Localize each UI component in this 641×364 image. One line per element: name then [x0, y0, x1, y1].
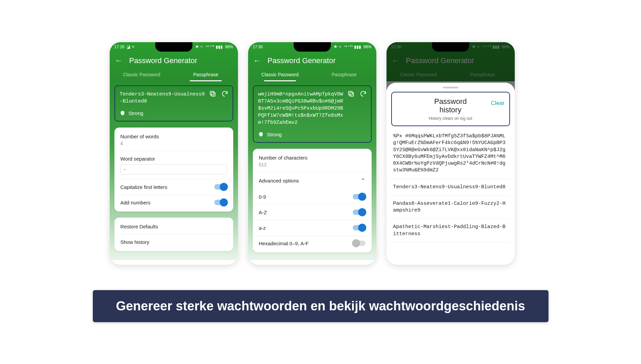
capitalize-toggle[interactable]	[214, 184, 227, 190]
option-hex-toggle[interactable]	[353, 241, 366, 246]
restore-defaults-button[interactable]: Restore Defaults	[114, 219, 233, 234]
caption-banner: Genereer sterke wachtwoorden en bekijk w…	[93, 290, 549, 322]
option-upper-toggle[interactable]	[353, 209, 366, 215]
tab-classic[interactable]: Classic Password	[248, 68, 312, 81]
page-title: Password Generator	[268, 56, 336, 65]
option-lower-toggle[interactable]	[353, 225, 366, 230]
num-chars-row[interactable]: Number of characters 512	[253, 150, 372, 172]
chevron-up-icon: ⌃	[360, 177, 366, 185]
status-battery: 98%	[225, 45, 233, 49]
back-icon[interactable]: ←	[115, 56, 123, 65]
advanced-options-row[interactable]: Advanced options ⌃	[253, 172, 372, 189]
status-battery: 98%	[363, 45, 371, 49]
option-lower-label: a-z	[259, 225, 266, 231]
svg-rect-2	[350, 92, 353, 96]
add-numbers-toggle[interactable]	[214, 200, 227, 205]
svg-rect-1	[210, 91, 214, 95]
sheet-handle[interactable]	[443, 87, 458, 88]
show-history-button[interactable]: Show history	[114, 234, 233, 250]
history-item[interactable]: Tenders3-Neatens9-Usualness9-Blunted8	[391, 179, 510, 196]
option-digits-toggle[interactable]	[353, 194, 366, 199]
strength-indicator: Strong	[258, 132, 366, 137]
copy-icon[interactable]	[209, 90, 216, 99]
option-hex-label: Hexadecimal 0–9, A-F	[259, 241, 309, 246]
strength-label: Strong	[129, 110, 143, 116]
notch	[294, 42, 331, 52]
history-title-1: Password	[434, 97, 467, 106]
phone-history: 17:30 ✶ ᯤ ᵛᵒ ᴸᵀᴱ ▮▮▮ 98% ← Password Gene…	[386, 42, 515, 265]
copy-icon[interactable]	[347, 90, 355, 99]
strength-indicator: Strong	[120, 110, 228, 116]
strength-label: Strong	[267, 132, 282, 137]
history-item[interactable]: Apathetic-Marshiest-Paddling-Blazed-Bitt…	[391, 219, 510, 243]
add-numbers-toggle-row: Add numbers	[114, 195, 233, 210]
history-item[interactable]: Pandas8-Asseverate1-Calorie9-Fuzzy2-Hamp…	[391, 196, 510, 219]
back-icon[interactable]: ←	[253, 56, 261, 65]
tab-passphrase[interactable]: Passphrase	[312, 68, 376, 81]
history-subtitle: History clears on log out	[397, 116, 505, 121]
refresh-icon[interactable]	[359, 90, 367, 99]
status-icons: ✶ ᯤ ᵛᵒ ᴸᵀᴱ ▮▮▮	[195, 45, 223, 49]
separator-row: Word separator -	[114, 151, 233, 179]
option-digits-label: 0-9	[259, 194, 266, 200]
generated-password-box: wmjiH9mB^npgxAnitwAMpTpkqV8WBT7A5x3cmBQi…	[253, 85, 372, 143]
history-header: Password history History clears on log o…	[391, 92, 510, 127]
clear-button[interactable]: Clear	[491, 100, 505, 107]
capitalize-toggle-row: Capitalize first letters	[114, 179, 233, 195]
svg-rect-0	[211, 92, 215, 96]
history-list[interactable]: %Px #6MqqsPWKLxbTMfg5Z3fSa$pb$8PJA%MLg!Q…	[391, 128, 510, 243]
page-title: Password Generator	[129, 56, 197, 65]
status-icons: ✶ ᯤ ᵛᵒ ᴸᵀᴱ ▮▮▮	[333, 45, 361, 49]
generated-password-box: Tenders3-Neatens9-Usualness9-Blunted8 St…	[114, 85, 233, 121]
status-time: 17:30	[253, 45, 263, 49]
svg-rect-3	[348, 91, 352, 95]
notch	[155, 42, 192, 52]
phone-classic: 17:30 ✶ ᯤ ᵛᵒ ᴸᵀᴱ ▮▮▮ 98% ← Password Gene…	[248, 42, 376, 265]
option-upper-label: A-Z	[259, 209, 267, 215]
history-item[interactable]: %Px #6MqqsPWKLxbTMfg5Z3fSa$pb$8PJA%MLg!Q…	[391, 128, 510, 179]
tab-passphrase[interactable]: Passphrase	[174, 68, 238, 81]
phone-passphrase: 17:28 ◪ ⚛ ✶ ᯤ ᵛᵒ ᴸᵀᴱ ▮▮▮ 98% ← Password …	[110, 42, 238, 265]
separator-input[interactable]: -	[121, 164, 227, 174]
refresh-icon[interactable]	[221, 90, 229, 99]
notch	[432, 42, 469, 52]
history-title-2: history	[439, 106, 461, 114]
status-time: 17:28	[114, 45, 125, 49]
num-words-row[interactable]: Number of words 4	[114, 129, 233, 151]
tab-classic[interactable]: Classic Password	[110, 68, 174, 81]
status-indicator-icon: ◪ ⚛	[127, 45, 135, 49]
history-sheet: Password history History clears on log o…	[386, 83, 515, 265]
